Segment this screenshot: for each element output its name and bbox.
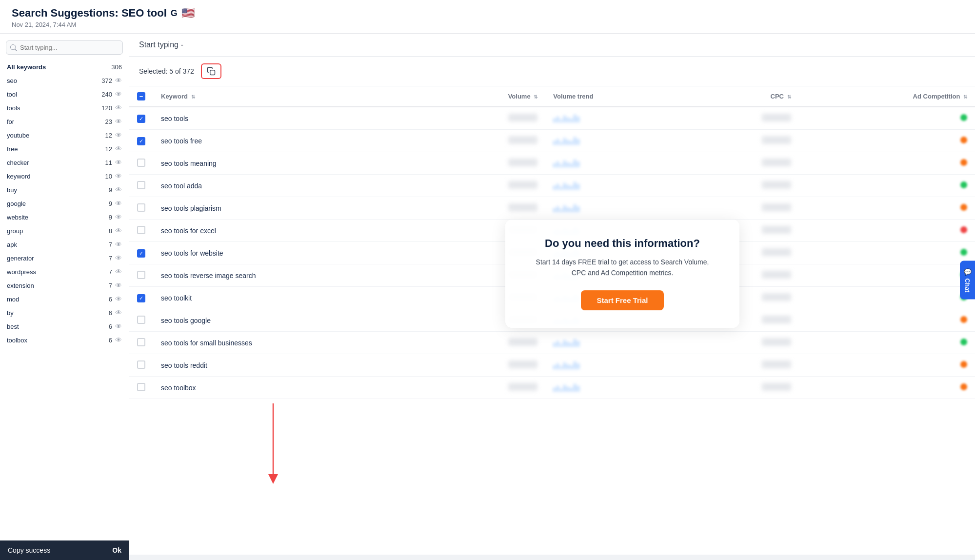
row-checkbox[interactable]: [137, 249, 145, 258]
row-checkbox[interactable]: [137, 360, 145, 369]
sidebar-item[interactable]: wordpress 7 👁: [0, 265, 129, 279]
sidebar-item[interactable]: group 8 👁: [0, 224, 129, 238]
sidebar-item-count: 10: [105, 173, 112, 180]
row-checkbox[interactable]: [137, 203, 145, 212]
volume-sort-icon[interactable]: ⇅: [534, 94, 537, 100]
table-container: Keyword ⇅ Volume ⇅ Volume trend CPC ⇅ Ad…: [129, 86, 975, 555]
eye-icon[interactable]: 👁: [115, 295, 122, 303]
sidebar-item[interactable]: extension 7 👁: [0, 279, 129, 292]
col-volume-header: Volume ⇅: [432, 86, 545, 107]
eye-icon[interactable]: 👁: [115, 186, 122, 194]
select-all-checkbox[interactable]: [137, 92, 145, 100]
row-checkbox[interactable]: [137, 115, 145, 123]
row-checkbox-cell: [129, 220, 153, 242]
sidebar-item[interactable]: tool 240 👁: [0, 87, 129, 101]
row-ad-competition: [799, 152, 975, 175]
eye-icon[interactable]: 👁: [115, 77, 122, 84]
sidebar-item[interactable]: toolbox 6 👁: [0, 333, 129, 347]
sidebar-item[interactable]: seo 372 👁: [0, 74, 129, 87]
sidebar-item[interactable]: for 23 👁: [0, 115, 129, 128]
eye-icon[interactable]: 👁: [115, 131, 122, 139]
eye-icon[interactable]: 👁: [115, 227, 122, 235]
eye-icon[interactable]: 👁: [115, 240, 122, 248]
keyword-sort-icon[interactable]: ⇅: [191, 94, 195, 100]
eye-icon[interactable]: 👁: [115, 268, 122, 276]
sidebar-item-count: 372: [101, 77, 112, 84]
sidebar-item-count: 9: [109, 214, 112, 221]
eye-icon[interactable]: 👁: [115, 322, 122, 330]
eye-icon[interactable]: 👁: [115, 281, 122, 289]
sidebar-item[interactable]: by 6 👁: [0, 306, 129, 320]
row-keyword: seo tool adda: [153, 175, 432, 197]
eye-icon[interactable]: 👁: [115, 90, 122, 98]
sidebar-item[interactable]: generator 7 👁: [0, 251, 129, 265]
page-title: Search Suggestions: SEO tool G 🇺🇸: [12, 7, 963, 20]
row-volume-trend: [545, 354, 686, 377]
col-ad-competition-header: Ad Competition ⇅: [799, 86, 975, 107]
sidebar-item[interactable]: checker 11 👁: [0, 156, 129, 169]
row-checkbox[interactable]: [137, 181, 145, 189]
sidebar-item[interactable]: mod 6 👁: [0, 292, 129, 306]
row-volume: [432, 354, 545, 377]
sidebar-item[interactable]: apk 7 👁: [0, 238, 129, 251]
eye-icon[interactable]: 👁: [115, 254, 122, 262]
row-checkbox[interactable]: [137, 316, 145, 324]
hint-bar: Start typing -: [129, 34, 975, 57]
eye-icon[interactable]: 👁: [115, 145, 122, 153]
eye-icon[interactable]: 👁: [115, 309, 122, 317]
sidebar-item-count: 6: [109, 337, 112, 344]
row-keyword: seo tools for website: [153, 242, 432, 264]
sidebar-item-count: 7: [109, 255, 112, 262]
row-checkbox[interactable]: [137, 159, 145, 167]
row-ad-competition: [799, 197, 975, 220]
table-row: seo tool adda: [129, 175, 975, 197]
eye-icon[interactable]: 👁: [115, 104, 122, 112]
row-checkbox[interactable]: [137, 383, 145, 391]
svg-rect-0: [210, 70, 215, 75]
eye-icon[interactable]: 👁: [115, 172, 122, 180]
row-checkbox[interactable]: [137, 226, 145, 234]
eye-icon[interactable]: 👁: [115, 200, 122, 207]
sidebar-item[interactable]: tools 120 👁: [0, 101, 129, 115]
search-input[interactable]: [6, 40, 123, 55]
sidebar-item-count: 7: [109, 268, 112, 276]
table-row: seo tools meaning: [129, 152, 975, 175]
sidebar-item[interactable]: google 9 👁: [0, 197, 129, 210]
row-checkbox[interactable]: [137, 137, 145, 145]
col-volume-trend-header: Volume trend: [545, 86, 686, 107]
hint-text: Start typing -: [139, 40, 183, 49]
row-keyword: seo tools google: [153, 309, 432, 332]
sidebar-item-count: 23: [105, 118, 112, 125]
copy-button[interactable]: [201, 63, 221, 79]
eye-icon[interactable]: 👁: [115, 336, 122, 344]
ad-sort-icon[interactable]: ⇅: [963, 94, 967, 100]
sidebar-item[interactable]: best 6 👁: [0, 320, 129, 333]
sidebar-item[interactable]: youtube 12 👁: [0, 128, 129, 142]
row-ad-competition: [799, 130, 975, 152]
row-checkbox-cell: [129, 107, 153, 130]
row-keyword: seo tools for excel: [153, 220, 432, 242]
row-checkbox[interactable]: [137, 294, 145, 302]
row-checkbox-cell: [129, 354, 153, 377]
start-trial-button[interactable]: Start Free Trial: [581, 290, 663, 310]
col-checkbox: [129, 86, 153, 107]
sidebar-item[interactable]: free 12 👁: [0, 142, 129, 156]
eye-icon[interactable]: 👁: [115, 118, 122, 125]
row-checkbox-cell: [129, 287, 153, 309]
toast-ok-button[interactable]: Ok: [112, 546, 121, 554]
chat-widget[interactable]: 💬 Chat: [960, 261, 975, 300]
sidebar-item-label: wordpress: [7, 268, 36, 276]
col-keyword-header: Keyword ⇅: [153, 86, 432, 107]
eye-icon[interactable]: 👁: [115, 159, 122, 166]
eye-icon[interactable]: 👁: [115, 213, 122, 221]
row-checkbox[interactable]: [137, 271, 145, 279]
sidebar-all-keywords[interactable]: All keywords 306: [0, 60, 129, 74]
sidebar-item[interactable]: buy 9 👁: [0, 183, 129, 197]
sidebar-item[interactable]: keyword 10 👁: [0, 169, 129, 183]
table-row: seo tools plagiarism: [129, 197, 975, 220]
cpc-sort-icon[interactable]: ⇅: [787, 94, 791, 100]
row-volume-trend: [545, 175, 686, 197]
sidebar-item[interactable]: website 9 👁: [0, 210, 129, 224]
row-volume-trend: [545, 332, 686, 354]
row-checkbox[interactable]: [137, 338, 145, 346]
